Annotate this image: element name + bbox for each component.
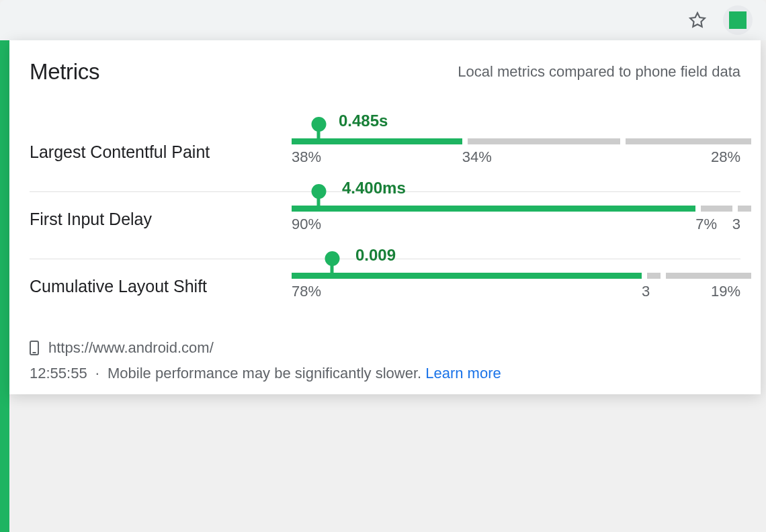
percent-label: 7%: [695, 216, 717, 233]
extension-status-indicator: [729, 11, 747, 29]
percent-label: 90%: [292, 216, 321, 233]
extension-badge-icon[interactable]: [723, 5, 753, 35]
background-strip: [0, 40, 9, 532]
percent-label: 19%: [711, 283, 740, 300]
metric-value: 0.009: [355, 246, 396, 265]
segment-poor: [626, 138, 751, 144]
marker-icon: [317, 191, 321, 212]
segment-mid: [468, 138, 620, 144]
percent-label: 3: [732, 216, 740, 233]
metric-bar: 4.400ms90%7%3: [292, 206, 740, 233]
segment-good: [292, 206, 695, 212]
metric-row: Cumulative Layout Shift0.00978%319%: [30, 259, 740, 326]
panel-footer: https://www.android.com/ 12:55:55 · Mobi…: [30, 339, 740, 382]
segment-good: [292, 273, 642, 279]
metric-name: First Input Delay: [30, 210, 292, 229]
percent-label: 28%: [711, 148, 740, 166]
metric-bar: 0.00978%319%: [292, 273, 740, 300]
panel-header: Metrics Local metrics compared to phone …: [30, 59, 740, 85]
metric-bar: 0.485s38%34%28%: [292, 138, 740, 166]
status-row: 12:55:55 · Mobile performance may be sig…: [30, 365, 740, 382]
metric-name: Largest Contentful Paint: [30, 142, 292, 162]
separator: ·: [95, 365, 99, 382]
metrics-panel: Metrics Local metrics compared to phone …: [9, 40, 761, 394]
marker-icon: [331, 258, 334, 279]
metric-value: 4.400ms: [342, 179, 406, 197]
percent-label: 78%: [292, 283, 321, 300]
percent-label: 34%: [462, 148, 492, 166]
metric-name: Cumulative Layout Shift: [30, 277, 292, 296]
percent-label: 38%: [292, 148, 321, 166]
distribution-track: [292, 138, 740, 144]
segment-poor: [738, 206, 751, 212]
svg-marker-0: [690, 13, 705, 27]
distribution-track: [292, 206, 740, 212]
warning-text: Mobile performance may be significantly …: [108, 365, 421, 382]
percent-labels: 90%7%3: [292, 216, 740, 233]
panel-title: Metrics: [30, 59, 99, 85]
url-row: https://www.android.com/: [30, 339, 740, 357]
metric-value: 0.485s: [339, 112, 388, 130]
segment-poor: [666, 273, 751, 279]
percent-label: 3: [642, 283, 650, 300]
percent-labels: 78%319%: [292, 283, 740, 300]
learn-more-link[interactable]: Learn more: [425, 365, 501, 382]
percent-labels: 38%34%28%: [292, 148, 740, 166]
phone-icon: [30, 341, 39, 355]
panel-subtitle: Local metrics compared to phone field da…: [458, 63, 740, 81]
marker-icon: [317, 124, 321, 144]
segment-mid: [701, 206, 732, 212]
browser-toolbar: [0, 0, 766, 40]
distribution-track: [292, 273, 740, 279]
segment-mid: [647, 273, 661, 279]
url-text: https://www.android.com/: [48, 339, 214, 357]
timestamp: 12:55:55: [30, 365, 87, 382]
bookmark-star-icon[interactable]: [683, 5, 712, 35]
